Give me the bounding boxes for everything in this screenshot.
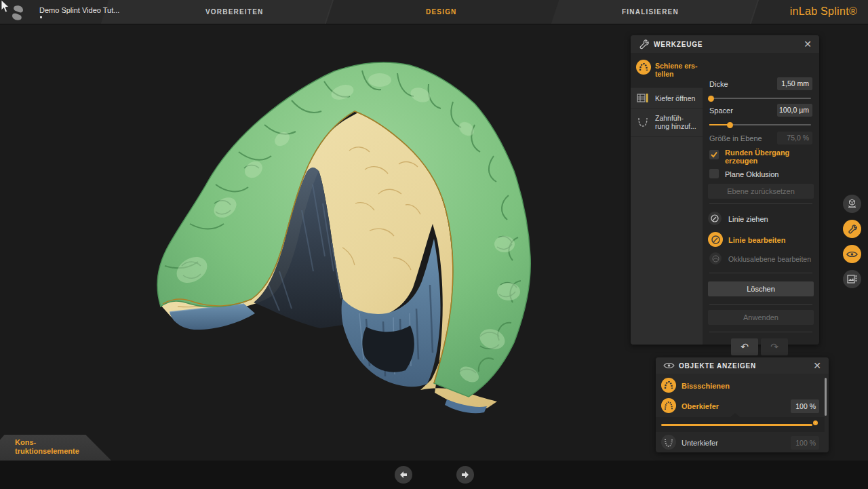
project-name[interactable]: Demo Splint Video Tut...: [39, 6, 119, 14]
construction-elements-label: Kons- truktionselemente: [15, 438, 79, 456]
linie-ziehen-icon: [708, 212, 722, 225]
nav-previous-button[interactable]: [395, 466, 412, 484]
runden-uebergang-label: Runden Übergang erzeugen: [725, 149, 789, 165]
spacer-slider[interactable]: [709, 124, 811, 125]
loeschen-button[interactable]: Löschen: [708, 281, 814, 296]
plane-okklusion-label: Plane Okklusion: [725, 170, 779, 178]
view-3d-fab[interactable]: [843, 195, 861, 213]
bottom-bar: [0, 461, 868, 489]
linie-bearbeiten-label[interactable]: Linie bearbeiten: [728, 236, 785, 244]
objects-panel-header: OBJEKTE ANZEIGEN ✕: [656, 357, 829, 374]
objects-panel: OBJEKTE ANZEIGEN ✕ Bissschienen Oberkief…: [656, 357, 829, 452]
mouse-cursor: [1, 0, 10, 14]
tab-design[interactable]: DESIGN: [426, 8, 457, 16]
bissschienen-label[interactable]: Bissschienen: [682, 382, 730, 390]
spacer-label: Spacer: [709, 106, 733, 115]
oberkiefer-opacity-slider[interactable]: [661, 424, 812, 426]
nav-next-button[interactable]: [456, 466, 474, 484]
dicke-value[interactable]: 1,50 mm: [777, 77, 812, 90]
wrench-icon: [847, 224, 857, 234]
oberkiefer-slider-block: [656, 417, 825, 432]
wrench-icon: [638, 39, 649, 50]
rail-item-label: Schiene ers- tellen: [655, 62, 697, 78]
divider: [709, 304, 812, 305]
undo-button[interactable]: ↶: [731, 338, 758, 355]
groesse-label: Größe in Ebene: [709, 134, 762, 142]
unterkiefer-label[interactable]: Unterkiefer: [682, 439, 718, 447]
spacer-value[interactable]: 100,0 µm: [777, 104, 812, 117]
articulator-icon: [637, 93, 649, 106]
eye-icon: [846, 250, 858, 258]
bissschienen-icon: [661, 378, 676, 393]
project-indicator-dot: [40, 16, 42, 18]
rail-item-zahnfuehrung[interactable]: Zahnfüh- rung hinzuf...: [631, 109, 703, 137]
objects-panel-scrollbar[interactable]: [825, 378, 827, 416]
tab-vorbereiten[interactable]: VORBEREITEN: [205, 8, 263, 16]
tab-finalisieren[interactable]: FINALISIEREN: [622, 8, 679, 16]
check-icon: [710, 151, 718, 159]
divider: [709, 332, 812, 332]
oberkiefer-icon: [661, 398, 676, 413]
rail-item-kiefer-oeffnen[interactable]: Kiefer öffnen: [631, 88, 703, 109]
tools-content: Dicke 1,50 mm Spacer 100,0 µm Größe in E…: [703, 53, 819, 345]
unterkiefer-opacity-value: 100 %: [791, 436, 819, 450]
arrow-left-icon: [399, 471, 408, 479]
dicke-label: Dicke: [709, 80, 728, 88]
linie-ziehen-label[interactable]: Linie ziehen: [728, 215, 768, 223]
dicke-slider-knob[interactable]: [708, 96, 714, 102]
groesse-value: 75,0 %: [777, 132, 812, 144]
unterkiefer-icon: [661, 435, 676, 450]
tools-panel-close-icon[interactable]: ✕: [802, 38, 814, 50]
tools-panel-header: WERKZEUGE ✕: [631, 35, 819, 53]
anwenden-button[interactable]: Anwenden: [708, 310, 814, 325]
spacer-slider-knob[interactable]: [727, 122, 733, 128]
eye-icon: [663, 361, 675, 370]
divider: [709, 273, 812, 273]
app-title: inLab Splint®: [790, 5, 857, 18]
divider: [709, 203, 812, 204]
view-3d-icon: [847, 199, 857, 209]
snapshot-icon: [847, 275, 857, 283]
show-objects-fab[interactable]: [843, 245, 861, 263]
oberkiefer-slider-knob[interactable]: [813, 420, 818, 425]
top-bar: Demo Splint Video Tut... VORBEREITEN DES…: [0, 0, 868, 24]
inlab-logo[interactable]: [9, 4, 26, 22]
snapshot-fab[interactable]: [843, 270, 861, 288]
objects-panel-title: OBJEKTE ANZEIGEN: [679, 362, 756, 370]
rail-item-schiene-erstellen[interactable]: Schiene ers- tellen: [631, 53, 703, 88]
tools-fab[interactable]: [843, 220, 861, 238]
splint-arch-icon: [636, 60, 651, 75]
okklusalebene-bearbeiten-label: Okklusalebene bearbeiten: [728, 255, 811, 263]
rail-item-label: Kiefer öffnen: [655, 94, 695, 102]
oberkiefer-label[interactable]: Oberkiefer: [682, 402, 719, 410]
ebene-zuruecksetzen-button[interactable]: Ebene zurücksetzen: [708, 184, 814, 199]
tools-rail: Schiene ers- tellen Kiefer öffnen Zahn: [631, 53, 703, 345]
linie-bearbeiten-icon: [708, 232, 723, 247]
arch-outline-icon: [637, 117, 649, 130]
plane-okklusion-checkbox[interactable]: [709, 169, 719, 178]
objects-panel-close-icon[interactable]: ✕: [811, 359, 823, 372]
tools-panel: WERKZEUGE ✕ Schiene ers- tellen: [631, 35, 819, 345]
runden-uebergang-checkbox[interactable]: [709, 150, 719, 159]
okklusalebene-icon: [709, 252, 722, 265]
arrow-right-icon: [460, 471, 470, 479]
redo-button[interactable]: ↷: [761, 338, 788, 355]
dicke-slider[interactable]: [709, 98, 811, 99]
oberkiefer-opacity-value[interactable]: 100 %: [791, 399, 819, 413]
rail-item-label: Zahnfüh- rung hinzuf...: [655, 114, 696, 130]
tools-panel-title: WERKZEUGE: [654, 41, 703, 48]
